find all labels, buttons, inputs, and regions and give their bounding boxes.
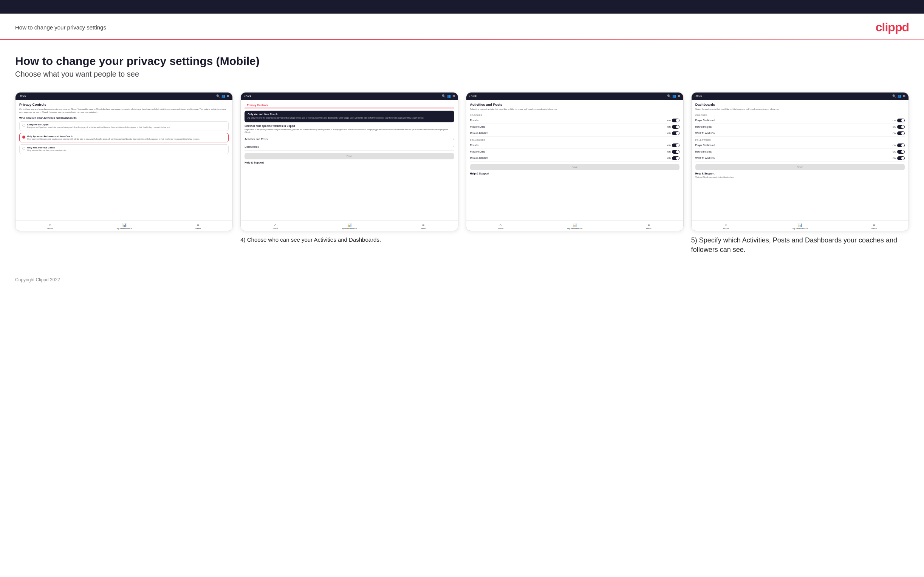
screen1-desc: Control how you and your data appears to… bbox=[19, 108, 229, 114]
toggle-switch-followers-drills[interactable] bbox=[672, 150, 680, 154]
nav-menu-3[interactable]: ≡ Menu bbox=[646, 223, 651, 230]
chevron-activities: › bbox=[453, 137, 454, 141]
people-icon-2[interactable]: 👥 bbox=[447, 94, 451, 98]
option-approved[interactable]: Only Approved Followers and Your Coach O… bbox=[19, 133, 229, 143]
menu-dashboards[interactable]: Dashboards › bbox=[244, 143, 454, 151]
popup-box: Only You and Your Coach Only you and the… bbox=[244, 111, 454, 122]
toggle-followers-drills-control[interactable]: ON bbox=[667, 150, 680, 154]
toggle-d-coaches-work: What To Work On ON bbox=[695, 130, 905, 137]
phone-header-2: ‹ Back 🔍 👥 ⚙ bbox=[241, 92, 458, 100]
toggle-d-followers-insights: Round Insights ON bbox=[695, 149, 905, 155]
nav-menu-1[interactable]: ≡ Menu bbox=[195, 223, 201, 230]
dashboards-label: Dashboards bbox=[244, 145, 259, 148]
toggle-switch-coaches-rounds[interactable] bbox=[672, 119, 680, 122]
search-icon-3[interactable]: 🔍 bbox=[667, 94, 671, 98]
screen-col-1: ‹ Back 🔍 👥 ⚙ Privacy Controls Control ho… bbox=[15, 92, 233, 235]
page-title: How to change your privacy settings (Mob… bbox=[15, 55, 909, 68]
toggle-d-followers-player-ctrl[interactable]: ON bbox=[893, 143, 905, 147]
search-icon-1[interactable]: 🔍 bbox=[216, 94, 220, 98]
nav-performance-4[interactable]: 📊 My Performance bbox=[793, 223, 808, 230]
nav-menu-2[interactable]: ≡ Menu bbox=[421, 223, 426, 230]
header-icons-4: 🔍 👥 ⚙ bbox=[892, 94, 906, 98]
back-button-3[interactable]: ‹ Back bbox=[469, 95, 477, 97]
coaches-label-3: COACHES bbox=[470, 114, 680, 116]
nav-performance-3[interactable]: 📊 My Performance bbox=[567, 223, 582, 230]
toggle-coaches-drills-control[interactable]: ON bbox=[667, 125, 680, 129]
toggle-switch-d-coaches-work[interactable] bbox=[897, 131, 905, 135]
nav-performance-1[interactable]: 📊 My Performance bbox=[116, 223, 131, 230]
toggle-switch-d-followers-work[interactable] bbox=[897, 156, 905, 160]
phone-header-4: ‹ Back 🔍 👥 ⚙ bbox=[691, 92, 908, 100]
phone-mockup-1: ‹ Back 🔍 👥 ⚙ Privacy Controls Control ho… bbox=[15, 92, 233, 231]
save-button-3[interactable]: Save bbox=[470, 164, 680, 170]
page-subtitle: Choose what you want people to see bbox=[15, 70, 909, 79]
search-icon-2[interactable]: 🔍 bbox=[442, 94, 446, 98]
toggle-switch-d-followers-insights[interactable] bbox=[897, 150, 905, 154]
nav-home-3[interactable]: ⌂ Home bbox=[498, 223, 504, 230]
followers-drills-label: Practice Drills bbox=[470, 150, 485, 153]
followers-label-4: FOLLOWERS bbox=[695, 139, 905, 141]
toggle-followers-manual: Manual Activities ON bbox=[470, 155, 680, 162]
nav-performance-2[interactable]: 📊 My Performance bbox=[342, 223, 357, 230]
toggle-switch-d-followers-player[interactable] bbox=[897, 143, 905, 147]
toggle-d-followers-insights-ctrl[interactable]: ON bbox=[893, 150, 905, 154]
help-support-4: Help & Support bbox=[695, 170, 905, 176]
nav-home-1[interactable]: ⌂ Home bbox=[47, 223, 53, 230]
settings-icon-4[interactable]: ⚙ bbox=[903, 94, 906, 98]
d-followers-player-label: Player Dashboard bbox=[695, 144, 715, 147]
coaches-manual-label: Manual Activities bbox=[470, 132, 488, 134]
search-icon-4[interactable]: 🔍 bbox=[892, 94, 896, 98]
menu-icon-4: ≡ bbox=[873, 223, 875, 227]
screenshots-grid: ‹ Back 🔍 👥 ⚙ Privacy Controls Control ho… bbox=[15, 92, 909, 255]
settings-icon-2[interactable]: ⚙ bbox=[452, 94, 455, 98]
radio-only-you[interactable] bbox=[22, 147, 25, 150]
option-everyone-content: Everyone on Clippd Everyone on Clippd ca… bbox=[27, 124, 170, 129]
settings-icon-1[interactable]: ⚙ bbox=[227, 94, 229, 98]
toggle-switch-followers-manual[interactable] bbox=[672, 156, 680, 160]
nav-menu-4[interactable]: ≡ Menu bbox=[871, 223, 877, 230]
toggle-d-coaches-work-ctrl[interactable]: ON bbox=[893, 131, 905, 135]
nav-home-label-1: Home bbox=[47, 227, 53, 230]
nav-menu-label-3: Menu bbox=[646, 227, 651, 230]
people-icon-3[interactable]: 👥 bbox=[672, 94, 676, 98]
header-icons-2: 🔍 👥 ⚙ bbox=[442, 94, 455, 98]
save-button-2[interactable]: Save bbox=[244, 153, 454, 160]
toggle-d-coaches-player-ctrl[interactable]: ON bbox=[893, 119, 905, 122]
home-icon-1: ⌂ bbox=[49, 223, 52, 227]
toggle-followers-manual-control[interactable]: ON bbox=[667, 156, 680, 160]
toggle-d-coaches-insights-ctrl[interactable]: ON bbox=[893, 125, 905, 129]
performance-icon-3: 📊 bbox=[573, 223, 577, 227]
help-support-2: Help & Support bbox=[244, 160, 454, 165]
option-everyone[interactable]: Everyone on Clippd Everyone on Clippd ca… bbox=[19, 121, 229, 131]
performance-icon-2: 📊 bbox=[347, 223, 352, 227]
home-icon-4: ⌂ bbox=[725, 223, 727, 227]
screen1-title: Privacy Controls bbox=[19, 103, 229, 106]
nav-home-2[interactable]: ⌂ Home bbox=[273, 223, 278, 230]
tab-privacy-controls[interactable]: Privacy Controls bbox=[244, 103, 270, 108]
toggle-followers-rounds: Rounds ON bbox=[470, 142, 680, 149]
nav-home-4[interactable]: ⌂ Home bbox=[723, 223, 729, 230]
toggle-switch-d-coaches-insights[interactable] bbox=[897, 125, 905, 129]
radio-approved[interactable] bbox=[22, 135, 25, 139]
toggle-d-followers-work-ctrl[interactable]: ON bbox=[893, 156, 905, 160]
menu-activities-posts[interactable]: Activities and Posts › bbox=[244, 135, 454, 143]
toggle-coaches-rounds-control[interactable]: ON bbox=[667, 119, 680, 122]
radio-everyone[interactable] bbox=[22, 124, 25, 127]
nav-home-label-4: Home bbox=[723, 227, 729, 230]
toggle-switch-coaches-manual[interactable] bbox=[672, 131, 680, 135]
people-icon-4[interactable]: 👥 bbox=[898, 94, 901, 98]
screen-col-4: ‹ Back 🔍 👥 ⚙ Dashboards Select the dashb… bbox=[691, 92, 909, 255]
screen4-desc: Select the dashboards that you'd like to… bbox=[695, 108, 905, 111]
back-button-4[interactable]: ‹ Back bbox=[695, 95, 702, 97]
option-only-you[interactable]: Only You and Your Coach Only you and the… bbox=[19, 144, 229, 154]
save-button-4[interactable]: Save bbox=[695, 164, 905, 170]
toggle-followers-rounds-control[interactable]: ON bbox=[667, 143, 680, 147]
back-button-1[interactable]: ‹ Back bbox=[18, 95, 26, 97]
toggle-switch-d-coaches-player[interactable] bbox=[897, 119, 905, 122]
back-button-2[interactable]: ‹ Back bbox=[244, 95, 251, 97]
people-icon-1[interactable]: 👥 bbox=[221, 94, 225, 98]
settings-icon-3[interactable]: ⚙ bbox=[678, 94, 680, 98]
toggle-switch-coaches-drills[interactable] bbox=[672, 125, 680, 129]
toggle-switch-followers-rounds[interactable] bbox=[672, 143, 680, 147]
toggle-coaches-manual-control[interactable]: ON bbox=[667, 131, 680, 135]
